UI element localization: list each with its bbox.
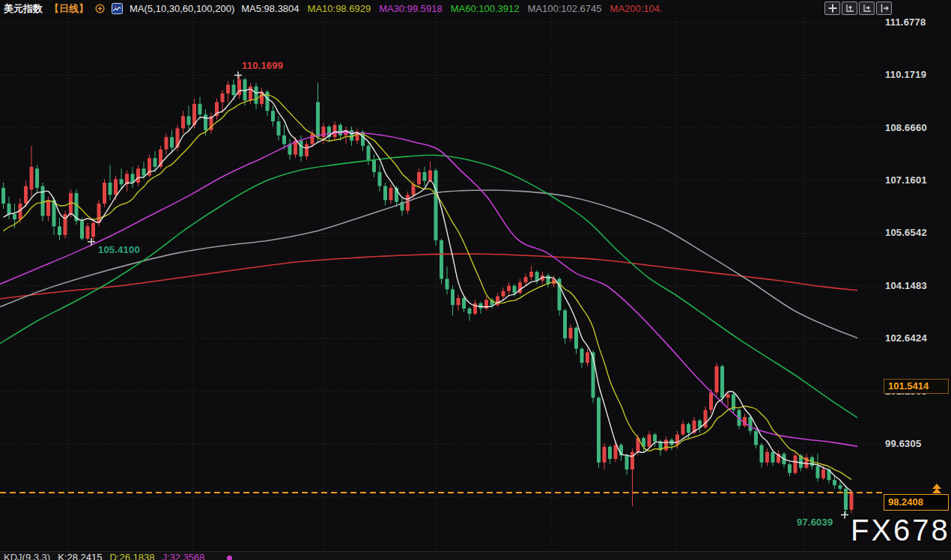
ma-value: MA30:99.5918 [379,3,443,14]
ma-value: MA10:98.6929 [308,3,371,14]
y-axis-label: 104.1483 [885,280,927,291]
current-price-label: 98.2408 [884,494,949,511]
chart-header: 美元指数 【日线】 MA(5,10,30,60,100,200) MA5:98.… [4,2,678,15]
circle-plus-icon[interactable] [95,4,105,13]
kdj-legend: KDJ(9,3,3)K:28.2415D:26.1838J:32.3568 [4,552,213,560]
marked-price-value: 101.5414 [888,380,929,392]
watermark: FX678 [851,514,950,547]
ma-values: MA5:98.3804MA10:98.6929MA30:99.5918MA60:… [241,3,670,14]
annotation-peak: 110.1699 [242,60,283,71]
ma-group-label: MA(5,10,30,60,100,200) [130,3,234,14]
y-axis-label: 111.6778 [885,16,926,28]
ma-value: MA200:104. [610,3,663,14]
chart-toolbar [823,1,892,15]
period-selector[interactable]: 【日线】 [49,2,88,16]
y-axis-label: 107.1601 [885,174,927,186]
marked-price-label: 101.5414 [884,379,949,394]
annotation-trough-left: 105.4100 [98,244,140,255]
candlestick-chart[interactable] [0,0,951,560]
ma-value: MA100:102.6745 [528,3,602,14]
kdj-name: KDJ(9,3,3) [4,552,50,560]
kdj-d-value: D:26.1838 [109,552,154,560]
instrument-title: 美元指数 [4,2,43,16]
annotation-trough-right: 97.6039 [797,517,833,528]
kdj-curve-fragment [227,556,232,560]
y-axis-label: 102.6424 [885,332,927,344]
current-price-value: 98.2408 [888,496,923,508]
exit-right-icon[interactable] [876,1,892,15]
scale-right-icon[interactable] [859,1,875,15]
kdj-j-value: J:32.3568 [162,552,204,560]
y-axis-label: 99.6305 [885,438,921,449]
kdj-k-value: K:28.2415 [58,552,102,560]
y-axis-label: 105.6542 [885,227,927,238]
crosshair-icon[interactable] [824,1,840,15]
chart-window: 美元指数 【日线】 MA(5,10,30,60,100,200) MA5:98.… [0,0,951,560]
ma-value: MA60:100.3912 [451,3,520,14]
candlestick-chart-icon[interactable] [112,3,123,14]
ma-value: MA5:98.3804 [241,3,299,14]
y-axis-label: 108.6660 [885,122,927,133]
scale-up-icon[interactable] [842,1,857,15]
y-axis-label: 110.1719 [885,69,926,80]
